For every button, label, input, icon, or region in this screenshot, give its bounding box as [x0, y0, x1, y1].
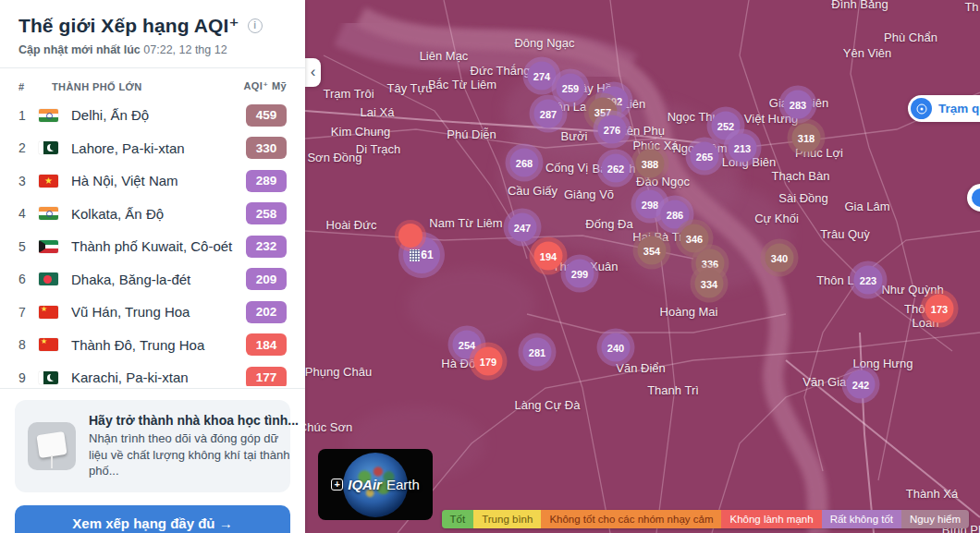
ranking-row[interactable]: 5Thành phố Kuwait, Cô-oét232: [0, 230, 305, 263]
promo-card[interactable]: Hãy trở thành nhà khoa học tình... Nhận …: [15, 400, 290, 492]
city-name: Thành phố Kuwait, Cô-oét: [71, 238, 246, 254]
marker-value: 194: [540, 250, 557, 261]
aqi-marker[interactable]: 299: [566, 260, 594, 288]
marker-value: 179: [480, 356, 496, 367]
ranking-list: 1Delhi, Ấn Độ4592Lahore, Pa-ki-xtan3303H…: [0, 99, 305, 386]
aqi-marker[interactable]: 179: [474, 347, 503, 376]
station-button-label: Trạm quan: [938, 102, 980, 115]
aqi-map[interactable]: Đình BảngThPhù ChẩnYên ViênĐông NgạcLiên…: [305, 0, 980, 533]
station-toggle-button[interactable]: Trạm quan: [908, 95, 980, 122]
city-name: Vũ Hán, Trung Hoa: [71, 304, 246, 320]
bangladesh-flag-icon: [39, 273, 58, 285]
earth-badge-brand: IQAir: [348, 477, 382, 492]
aqi-marker[interactable]: 276: [598, 115, 627, 144]
aqi-marker[interactable]: 283: [784, 91, 813, 119]
aqi-marker[interactable]: 268: [510, 149, 539, 177]
aqi-marker[interactable]: 318: [792, 124, 821, 152]
building-icon: [410, 249, 420, 261]
aqi-badge: 459: [246, 104, 287, 127]
rank-number: 6: [18, 272, 39, 286]
pakistan-flag-icon: [39, 141, 58, 154]
city-name: Thành Đô, Trung Hoa: [71, 337, 246, 353]
earth-badge[interactable]: IQAir Earth: [318, 449, 433, 520]
last-updated: Cập nhật mới nhất lúc 07:22, 12 thg 12: [18, 43, 287, 56]
rank-number: 1: [18, 108, 39, 123]
plus-box-icon: [331, 478, 343, 491]
aqi-marker[interactable]: 223: [854, 266, 883, 295]
ranking-row[interactable]: 4Kolkata, Ấn Độ258: [0, 198, 305, 231]
rank-number: 9: [18, 370, 39, 385]
aqi-marker[interactable]: 274: [528, 62, 557, 91]
china-flag-icon: [39, 306, 58, 319]
marker-value: 336: [702, 258, 718, 269]
rank-number: 2: [18, 140, 39, 155]
marker-value: 287: [540, 108, 557, 119]
aqi-marker[interactable]: 242: [847, 370, 876, 399]
marker-value: 299: [571, 268, 588, 279]
aqi-marker[interactable]: 346: [680, 224, 709, 253]
marker-value: 346: [686, 233, 703, 244]
aqi-marker[interactable]: 354: [638, 236, 667, 265]
aqi-marker[interactable]: 388: [636, 150, 665, 178]
aqi-badge: 330: [246, 137, 287, 159]
aqi-marker[interactable]: 247: [508, 213, 537, 242]
divider: [0, 388, 305, 389]
marker-value: 265: [696, 151, 713, 162]
marker-value: 173: [931, 303, 948, 314]
ranking-row[interactable]: 6Dhaka, Băng-la-đét209: [0, 263, 305, 297]
earth-badge-suffix: Earth: [386, 477, 420, 492]
india-flag-icon: [39, 207, 58, 220]
aqi-marker[interactable]: 340: [766, 244, 794, 273]
ranking-row[interactable]: 9Karachi, Pa-ki-xtan177: [0, 361, 305, 386]
legend-item: Tốt: [442, 510, 474, 528]
view-full-ranking-button[interactable]: Xem xếp hạng đầy đủ →: [15, 505, 290, 533]
rank-number: 5: [18, 239, 39, 254]
aqi-marker[interactable]: 287: [534, 100, 563, 128]
info-icon[interactable]: [248, 18, 263, 33]
legend-item: Không lành mạnh: [721, 510, 821, 528]
marker-value: 242: [852, 379, 869, 390]
aqi-marker[interactable]: 213: [729, 134, 757, 163]
marker-value: 281: [529, 346, 545, 357]
aqi-marker[interactable]: 173: [925, 295, 954, 323]
marker-value: 240: [607, 342, 624, 353]
station-cluster-marker[interactable]: 61: [403, 236, 440, 273]
aqi-marker[interactable]: 334: [695, 270, 724, 298]
marker-value: 213: [734, 142, 751, 153]
city-name: Karachi, Pa-ki-xtan: [71, 369, 246, 385]
page-title: Thế giới Xếp hạng AQI⁺: [18, 15, 239, 37]
marker-value: 259: [562, 82, 579, 93]
city-name: Delhi, Ấn Độ: [71, 107, 246, 123]
aqi-marker[interactable]: 286: [661, 200, 690, 229]
last-updated-time: 07:22, 12 thg 12: [143, 43, 227, 56]
india-flag-icon: [39, 109, 58, 122]
sidebar-header: Thế giới Xếp hạng AQI⁺ Cập nhật mới nhất…: [0, 0, 305, 68]
ranking-row[interactable]: 3Hà Nội, Việt Nam289: [0, 164, 305, 198]
marker-value: 286: [667, 209, 683, 220]
ranking-row[interactable]: 1Delhi, Ấn Độ459: [0, 99, 305, 132]
aqi-badge: 177: [246, 367, 287, 386]
table-header: # THÀNH PHỐ LỚN AQI⁺ Mỹ: [0, 68, 305, 99]
ranking-row[interactable]: 7Vũ Hán, Trung Hoa202: [0, 296, 305, 329]
legend-item: Rất không tốt: [822, 510, 901, 528]
sidebar-collapse-button[interactable]: [305, 58, 321, 87]
aqi-marker[interactable]: 259: [557, 74, 585, 103]
rank-number: 7: [18, 305, 39, 320]
aqi-marker[interactable]: 194: [534, 242, 563, 271]
city-name: Kolkata, Ấn Độ: [71, 206, 246, 222]
marker-value: 61: [421, 248, 433, 261]
rank-number: 3: [18, 174, 39, 188]
aqi-marker[interactable]: 240: [602, 333, 631, 362]
marker-value: 262: [607, 163, 624, 174]
aqi-badge: 202: [246, 301, 287, 323]
vietnam-flag-icon: [39, 175, 58, 188]
ranking-row[interactable]: 8Thành Đô, Trung Hoa184: [0, 329, 305, 362]
aqi-marker[interactable]: 265: [691, 142, 719, 171]
legend-item: Nguy hiểm: [901, 510, 969, 528]
col-aqi: AQI⁺ Mỹ: [244, 80, 288, 92]
aqi-marker[interactable]: 262: [602, 154, 631, 183]
aqi-marker[interactable]: 281: [523, 338, 552, 367]
marker-value: 334: [701, 278, 717, 289]
col-rank: #: [18, 81, 39, 92]
ranking-row[interactable]: 2Lahore, Pa-ki-xtan330: [0, 132, 305, 165]
